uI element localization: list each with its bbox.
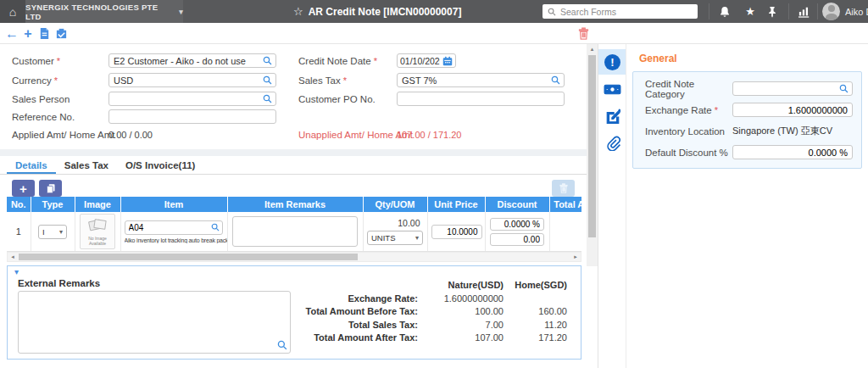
strip-general-button[interactable]: ! xyxy=(598,49,626,75)
credit-note-category-field[interactable] xyxy=(733,84,839,94)
home-button[interactable]: ⌂ xyxy=(0,0,25,23)
chevron-down-icon: ▾ xyxy=(59,228,63,236)
col-no: No. xyxy=(7,197,31,212)
app-window: ⌂ SYNERGIX TECHNOLOGIES PTE LTD ▾ ☆ AR C… xyxy=(0,0,868,368)
vertical-scrollbar[interactable]: ▴ xyxy=(587,44,598,266)
export-pdf-button[interactable] xyxy=(36,25,53,42)
user-name[interactable]: Aiko Da xyxy=(845,0,868,23)
sales-tax-field[interactable] xyxy=(398,74,551,86)
search-icon[interactable] xyxy=(263,94,272,103)
back-button[interactable]: ← xyxy=(3,25,20,42)
table-horizontal-scrollbar[interactable]: ◂ ▸ xyxy=(7,252,581,262)
tab-os-invoice[interactable]: O/S Invoice(11) xyxy=(117,158,203,174)
default-discount-input[interactable] xyxy=(732,145,853,159)
external-remarks-textarea[interactable] xyxy=(18,291,291,354)
currency-field[interactable] xyxy=(109,74,263,86)
search-icon[interactable] xyxy=(211,223,220,231)
search-icon[interactable] xyxy=(263,75,272,85)
copy-line-button[interactable] xyxy=(39,180,62,197)
new-record-button[interactable]: + xyxy=(19,25,36,42)
paperclip-icon xyxy=(605,136,620,151)
grid-toolbar: + xyxy=(0,175,587,197)
customer-field[interactable] xyxy=(109,54,263,67)
reference-no-input[interactable] xyxy=(108,109,276,124)
customer-input[interactable] xyxy=(108,53,276,68)
plus-icon: + xyxy=(24,26,31,42)
currency-input[interactable] xyxy=(108,73,276,87)
calendar-icon[interactable] xyxy=(442,56,453,66)
exchange-rate-label: Exchange Rate xyxy=(642,105,732,115)
save-button[interactable] xyxy=(53,25,70,42)
edit-icon xyxy=(605,109,620,124)
user-avatar[interactable] xyxy=(822,3,840,20)
general-panel: General Credit Note Category Exchange Ra… xyxy=(626,44,868,368)
col-unit-price: Unit Price xyxy=(427,197,485,212)
credit-note-date-field[interactable] xyxy=(398,54,442,67)
scrollbar-thumb[interactable] xyxy=(588,55,596,237)
delete-record-button[interactable] xyxy=(575,25,592,42)
exchange-rate-home xyxy=(504,293,567,304)
search-icon[interactable] xyxy=(551,75,560,85)
notifications-button[interactable] xyxy=(714,0,736,23)
pinned-button[interactable] xyxy=(761,0,783,23)
discount-amt-input[interactable] xyxy=(490,233,544,246)
add-line-button[interactable]: + xyxy=(12,180,35,197)
unit-price-input[interactable] xyxy=(431,225,482,239)
avatar-head xyxy=(828,5,835,12)
strip-payment-button[interactable] xyxy=(598,76,626,102)
strip-attachments-button[interactable] xyxy=(598,131,626,156)
uom-select[interactable]: UNITS ▾ xyxy=(367,231,423,245)
item-remarks-textarea[interactable] xyxy=(232,216,358,247)
discount-pct-input[interactable] xyxy=(490,218,544,231)
total-sales-tax-label: Total Sales Tax: xyxy=(306,320,423,330)
favorite-star-icon[interactable]: ☆ xyxy=(293,5,303,18)
item-image-placeholder: No Image Available xyxy=(80,214,115,249)
dashboard-button[interactable] xyxy=(793,0,815,23)
exchange-rate-input[interactable] xyxy=(732,103,853,117)
scrollbar-thumb[interactable] xyxy=(19,254,358,260)
search-forms-input[interactable]: Search Forms xyxy=(542,4,698,19)
item-code-field[interactable] xyxy=(125,223,211,232)
collapse-caret-icon[interactable]: ▾ xyxy=(14,267,19,276)
favorites-button[interactable]: ★ xyxy=(739,0,761,23)
sales-person-input[interactable] xyxy=(108,92,276,106)
credit-note-category-input[interactable] xyxy=(732,81,853,96)
company-selector[interactable]: SYNERGIX TECHNOLOGIES PTE LTD ▾ xyxy=(25,0,183,23)
default-discount-row: Default Discount % xyxy=(642,145,853,159)
pin-icon xyxy=(766,6,778,18)
credit-note-category-row: Credit Note Category xyxy=(642,81,853,96)
scroll-up-arrow[interactable]: ▴ xyxy=(587,44,598,54)
search-icon[interactable] xyxy=(277,340,287,350)
scroll-left-arrow[interactable]: ◂ xyxy=(8,253,18,261)
tab-sales-tax[interactable]: Sales Tax xyxy=(56,158,117,174)
chevron-down-icon: ▾ xyxy=(415,234,419,242)
customer-po-field[interactable] xyxy=(398,92,564,105)
reference-no-field[interactable] xyxy=(109,110,275,123)
search-icon[interactable] xyxy=(839,84,849,93)
default-discount-field[interactable] xyxy=(733,148,852,158)
credit-note-date-input[interactable] xyxy=(397,53,456,68)
delete-line-button[interactable] xyxy=(552,180,575,197)
home-column-header: Home(SGD) xyxy=(504,280,567,290)
money-icon xyxy=(604,82,621,97)
no-image-text: No Image Available xyxy=(83,237,112,246)
line-type-select[interactable]: I ▾ xyxy=(38,225,67,239)
total-before-tax-home: 160.00 xyxy=(504,306,567,316)
strip-remarks-button[interactable] xyxy=(598,103,626,129)
sales-person-field[interactable] xyxy=(109,92,263,105)
sales-tax-input[interactable] xyxy=(397,73,565,87)
search-icon[interactable] xyxy=(263,56,272,65)
item-code-input[interactable] xyxy=(125,220,223,235)
default-discount-label: Default Discount % xyxy=(642,148,732,158)
copy-icon xyxy=(46,183,56,193)
scroll-right-arrow[interactable]: ▸ xyxy=(570,253,581,261)
exchange-rate-field[interactable] xyxy=(733,105,852,115)
total-sales-tax-home: 11.20 xyxy=(504,320,567,330)
content-area: Customer Currency Sales Person Reference… xyxy=(0,44,868,368)
customer-po-input[interactable] xyxy=(397,92,565,106)
document-pane: Customer Currency Sales Person Reference… xyxy=(0,44,587,368)
bar-chart-icon xyxy=(798,6,811,18)
tab-details[interactable]: Details xyxy=(7,158,56,174)
plus-icon: + xyxy=(19,182,27,195)
table-header-row: No. Type Image Item Item Remarks Qty/UOM… xyxy=(7,197,581,212)
